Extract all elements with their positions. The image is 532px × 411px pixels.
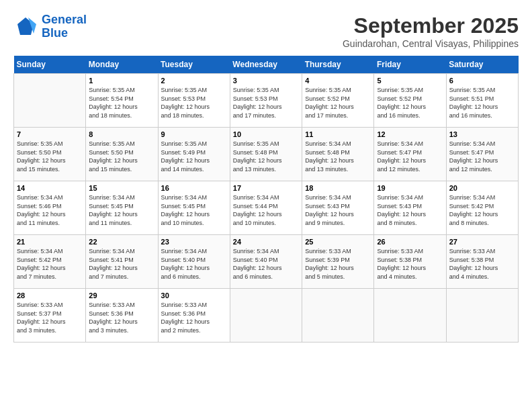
day-info: Sunrise: 5:34 AM Sunset: 5:46 PM Dayligh… (17, 193, 83, 227)
calendar-cell: 15Sunrise: 5:34 AM Sunset: 5:45 PM Dayli… (86, 181, 158, 235)
logo-line1: General (42, 13, 87, 26)
calendar-cell (446, 289, 518, 342)
day-info: Sunrise: 5:34 AM Sunset: 5:44 PM Dayligh… (233, 193, 299, 227)
calendar-week-1: 1Sunrise: 5:35 AM Sunset: 5:54 PM Daylig… (14, 74, 519, 128)
calendar-cell: 18Sunrise: 5:34 AM Sunset: 5:43 PM Dayli… (302, 181, 374, 235)
day-info: Sunrise: 5:33 AM Sunset: 5:38 PM Dayligh… (377, 247, 443, 281)
calendar-cell: 10Sunrise: 5:35 AM Sunset: 5:48 PM Dayli… (230, 128, 302, 181)
logo-line2: Blue (42, 26, 68, 40)
day-number: 22 (89, 238, 154, 246)
day-info: Sunrise: 5:35 AM Sunset: 5:53 PM Dayligh… (161, 86, 227, 120)
day-number: 23 (161, 238, 227, 246)
day-info: Sunrise: 5:34 AM Sunset: 5:48 PM Dayligh… (305, 140, 371, 173)
day-info: Sunrise: 5:33 AM Sunset: 5:36 PM Dayligh… (161, 301, 227, 334)
calendar-cell: 26Sunrise: 5:33 AM Sunset: 5:38 PM Dayli… (374, 235, 446, 289)
day-info: Sunrise: 5:34 AM Sunset: 5:45 PM Dayligh… (89, 193, 154, 227)
calendar-table: SundayMondayTuesdayWednesdayThursdayFrid… (13, 56, 519, 342)
page-header: General Blue September 2025 Guindarohan,… (13, 13, 519, 49)
calendar-cell: 23Sunrise: 5:34 AM Sunset: 5:40 PM Dayli… (158, 235, 230, 289)
calendar-cell (374, 289, 446, 342)
header-thursday: Thursday (302, 56, 374, 74)
calendar-cell: 29Sunrise: 5:33 AM Sunset: 5:36 PM Dayli… (86, 289, 158, 342)
day-number: 27 (449, 238, 515, 246)
day-info: Sunrise: 5:35 AM Sunset: 5:50 PM Dayligh… (17, 140, 83, 173)
calendar-cell: 19Sunrise: 5:34 AM Sunset: 5:43 PM Dayli… (374, 181, 446, 235)
calendar-cell: 28Sunrise: 5:33 AM Sunset: 5:37 PM Dayli… (14, 289, 86, 342)
day-number: 26 (377, 238, 443, 246)
calendar-cell: 7Sunrise: 5:35 AM Sunset: 5:50 PM Daylig… (14, 128, 86, 181)
calendar-week-3: 14Sunrise: 5:34 AM Sunset: 5:46 PM Dayli… (14, 181, 519, 235)
day-info: Sunrise: 5:34 AM Sunset: 5:42 PM Dayligh… (17, 247, 83, 281)
header-saturday: Saturday (446, 56, 518, 74)
calendar-cell (230, 289, 302, 342)
calendar-cell: 8Sunrise: 5:35 AM Sunset: 5:50 PM Daylig… (86, 128, 158, 181)
day-number: 28 (17, 291, 83, 300)
day-info: Sunrise: 5:34 AM Sunset: 5:45 PM Dayligh… (161, 193, 227, 227)
day-number: 21 (17, 238, 83, 246)
title-block: September 2025 Guindarohan, Central Visa… (343, 13, 519, 49)
calendar-cell: 20Sunrise: 5:34 AM Sunset: 5:42 PM Dayli… (446, 181, 518, 235)
day-info: Sunrise: 5:35 AM Sunset: 5:52 PM Dayligh… (377, 86, 443, 120)
day-number: 19 (377, 184, 443, 192)
day-info: Sunrise: 5:34 AM Sunset: 5:40 PM Dayligh… (233, 247, 299, 281)
day-number: 6 (449, 77, 515, 85)
header-monday: Monday (86, 56, 158, 74)
day-info: Sunrise: 5:35 AM Sunset: 5:51 PM Dayligh… (449, 86, 515, 120)
day-number: 18 (305, 184, 371, 192)
day-info: Sunrise: 5:33 AM Sunset: 5:36 PM Dayligh… (89, 301, 154, 334)
day-number: 14 (17, 184, 83, 192)
day-number: 3 (233, 77, 299, 85)
day-info: Sunrise: 5:33 AM Sunset: 5:37 PM Dayligh… (17, 301, 83, 334)
header-sunday: Sunday (14, 56, 86, 74)
calendar-cell: 16Sunrise: 5:34 AM Sunset: 5:45 PM Dayli… (158, 181, 230, 235)
day-info: Sunrise: 5:33 AM Sunset: 5:39 PM Dayligh… (305, 247, 371, 281)
location-title: Guindarohan, Central Visayas, Philippine… (343, 38, 519, 49)
header-wednesday: Wednesday (230, 56, 302, 74)
day-info: Sunrise: 5:34 AM Sunset: 5:41 PM Dayligh… (89, 247, 154, 281)
day-number: 15 (89, 184, 154, 192)
calendar-cell: 14Sunrise: 5:34 AM Sunset: 5:46 PM Dayli… (14, 181, 86, 235)
day-info: Sunrise: 5:35 AM Sunset: 5:49 PM Dayligh… (161, 140, 227, 173)
calendar-cell: 30Sunrise: 5:33 AM Sunset: 5:36 PM Dayli… (158, 289, 230, 342)
day-info: Sunrise: 5:34 AM Sunset: 5:42 PM Dayligh… (449, 193, 515, 227)
header-tuesday: Tuesday (158, 56, 230, 74)
header-friday: Friday (374, 56, 446, 74)
day-info: Sunrise: 5:34 AM Sunset: 5:40 PM Dayligh… (161, 247, 227, 281)
day-number: 2 (161, 77, 227, 85)
calendar-cell: 6Sunrise: 5:35 AM Sunset: 5:51 PM Daylig… (446, 74, 518, 128)
calendar-cell: 17Sunrise: 5:34 AM Sunset: 5:44 PM Dayli… (230, 181, 302, 235)
calendar-cell: 4Sunrise: 5:35 AM Sunset: 5:52 PM Daylig… (302, 74, 374, 128)
day-number: 10 (233, 130, 299, 138)
day-info: Sunrise: 5:34 AM Sunset: 5:43 PM Dayligh… (305, 193, 371, 227)
calendar-cell: 5Sunrise: 5:35 AM Sunset: 5:52 PM Daylig… (374, 74, 446, 128)
day-info: Sunrise: 5:34 AM Sunset: 5:47 PM Dayligh… (449, 140, 515, 173)
calendar-week-2: 7Sunrise: 5:35 AM Sunset: 5:50 PM Daylig… (14, 128, 519, 181)
day-number: 17 (233, 184, 299, 192)
calendar-cell: 2Sunrise: 5:35 AM Sunset: 5:53 PM Daylig… (158, 74, 230, 128)
day-info: Sunrise: 5:33 AM Sunset: 5:38 PM Dayligh… (449, 247, 515, 281)
calendar-week-5: 28Sunrise: 5:33 AM Sunset: 5:37 PM Dayli… (14, 289, 519, 342)
day-info: Sunrise: 5:35 AM Sunset: 5:48 PM Dayligh… (233, 140, 299, 173)
calendar-cell: 21Sunrise: 5:34 AM Sunset: 5:42 PM Dayli… (14, 235, 86, 289)
day-number: 4 (305, 77, 371, 85)
calendar-header-row: SundayMondayTuesdayWednesdayThursdayFrid… (14, 56, 519, 74)
day-number: 25 (305, 238, 371, 246)
calendar-cell: 27Sunrise: 5:33 AM Sunset: 5:38 PM Dayli… (446, 235, 518, 289)
day-number: 13 (449, 130, 515, 138)
day-number: 30 (161, 291, 227, 300)
day-info: Sunrise: 5:34 AM Sunset: 5:47 PM Dayligh… (377, 140, 443, 173)
logo-text: General Blue (42, 13, 87, 40)
day-number: 11 (305, 130, 371, 138)
calendar-cell: 24Sunrise: 5:34 AM Sunset: 5:40 PM Dayli… (230, 235, 302, 289)
logo: General Blue (13, 13, 87, 40)
day-info: Sunrise: 5:35 AM Sunset: 5:53 PM Dayligh… (233, 86, 299, 120)
day-info: Sunrise: 5:35 AM Sunset: 5:52 PM Dayligh… (305, 86, 371, 120)
day-number: 12 (377, 130, 443, 138)
day-number: 7 (17, 130, 83, 138)
day-info: Sunrise: 5:35 AM Sunset: 5:54 PM Dayligh… (89, 86, 154, 120)
calendar-cell: 13Sunrise: 5:34 AM Sunset: 5:47 PM Dayli… (446, 128, 518, 181)
day-number: 8 (89, 130, 154, 138)
day-number: 16 (161, 184, 227, 192)
calendar-cell: 11Sunrise: 5:34 AM Sunset: 5:48 PM Dayli… (302, 128, 374, 181)
logo-icon (13, 15, 38, 39)
